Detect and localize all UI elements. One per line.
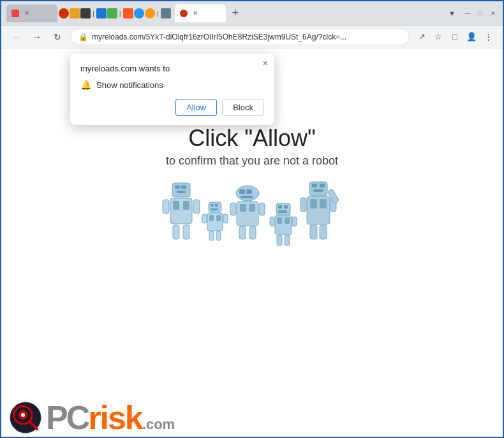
block-button[interactable]: Block [222,99,264,116]
svg-rect-53 [310,225,317,239]
logo-risk: risk [88,401,142,434]
ext-icon-7 [134,8,144,18]
svg-rect-47 [313,189,323,192]
allow-button[interactable]: Allow [175,99,217,116]
new-tab-button[interactable]: + [227,6,244,20]
svg-rect-5 [173,201,179,210]
svg-rect-35 [284,205,288,208]
maximize-button[interactable]: □ [476,9,485,18]
svg-rect-45 [312,184,317,187]
tab1-close[interactable]: ✕ [24,10,29,17]
reload-button[interactable]: ↻ [50,29,65,45]
main-heading: Click "Allow" [188,125,316,152]
svg-rect-9 [173,225,179,239]
svg-rect-18 [202,214,207,223]
svg-rect-13 [215,204,218,207]
window-controls: — □ ✕ [463,9,498,18]
logo-icon [9,401,42,434]
svg-rect-33 [276,203,290,215]
ext-icon-8 [145,8,155,18]
svg-rect-42 [277,235,282,245]
svg-rect-54 [320,225,327,239]
popup-notification-text: Show notifications [96,80,163,90]
url-text: myreloads.com/5YkT-dlOlqfr16zrOIIrI5OhE8… [92,33,401,41]
browser-tab-2[interactable]: ✕ [175,4,226,22]
svg-rect-43 [285,235,290,245]
ext-icon-2 [70,8,80,18]
ext-icon-1 [59,8,69,18]
svg-rect-34 [278,205,282,208]
tab-overflow-button[interactable]: ▼ [448,10,456,17]
svg-rect-12 [211,204,214,207]
menu-icon[interactable]: ⋮ [481,30,495,44]
svg-rect-17 [216,215,221,221]
svg-rect-14 [211,208,218,210]
profile-icon[interactable]: 👤 [464,30,478,44]
address-bar: ← → ↻ 🔒 myreloads.com/5YkT-dlOlqfr16zrOI… [1,26,503,48]
browser-tab-1[interactable]: ✕ [6,4,57,22]
address-actions: ↗ ☆ □ 👤 ⋮ [415,30,495,44]
notification-popup: × myreloads.com wants to 🔔 Show notifica… [70,54,274,125]
forward-button[interactable]: → [29,29,45,45]
svg-rect-21 [216,231,221,240]
tab1-favicon [11,10,19,17]
svg-rect-29 [230,203,236,215]
extension-icon[interactable]: □ [448,30,462,44]
svg-rect-51 [300,198,306,212]
robots-illustration [156,183,348,259]
logo-pc: PC [46,401,88,434]
ext-icon-3 [80,8,91,18]
svg-rect-1 [175,186,180,189]
svg-rect-3 [177,191,186,193]
ext-separator: | [91,10,96,17]
bookmark-icon[interactable]: ☆ [431,30,445,44]
svg-rect-50 [320,199,327,208]
svg-rect-20 [209,231,214,240]
share-icon[interactable]: ↗ [415,30,429,44]
svg-rect-24 [246,189,252,194]
svg-rect-41 [292,217,297,226]
svg-rect-44 [309,182,327,196]
svg-rect-46 [320,184,325,187]
svg-rect-27 [240,204,246,212]
lock-icon: 🔒 [78,33,88,41]
minimize-button[interactable]: — [463,9,472,18]
popup-close-button[interactable]: × [263,59,268,68]
ext-separator3: | [156,10,160,17]
svg-rect-11 [209,202,221,212]
ext-icon-6 [123,8,133,18]
tab-bar: ✕ | | | ✕ + ▼ [6,4,456,22]
popup-notification-row: 🔔 Show notifications [80,80,264,90]
tab2-close[interactable]: ✕ [193,10,198,17]
back-button[interactable]: ← [9,29,24,45]
svg-rect-0 [172,183,190,197]
close-window-button[interactable]: ✕ [489,9,498,18]
svg-rect-28 [249,204,255,212]
ext-icon-5 [107,8,117,18]
svg-point-60 [21,413,25,417]
svg-rect-30 [259,203,265,215]
svg-rect-7 [163,200,169,214]
svg-rect-39 [285,217,290,224]
popup-title: myreloads.com wants to [80,64,264,73]
svg-rect-8 [193,200,200,214]
robots-svg [156,177,348,259]
svg-rect-23 [239,189,245,194]
tab2-favicon [180,10,188,17]
svg-rect-31 [239,226,246,239]
footer-logo: PC risk .com [9,401,175,434]
main-subheading: to confirm that you are not a robot [166,154,338,168]
svg-rect-32 [249,226,256,239]
svg-rect-6 [183,201,189,210]
toolbar-extensions: | | | [59,8,171,18]
ext-icon-4 [96,8,107,18]
browser-titlebar: ✕ | | | ✕ + ▼ — □ ✕ [1,1,503,26]
ext-icon-9 [161,8,171,18]
ext-separator2: | [118,10,122,17]
svg-rect-38 [277,217,282,224]
page-content: × myreloads.com wants to 🔔 Show notifica… [1,48,503,438]
svg-rect-25 [241,196,253,198]
svg-rect-10 [183,225,189,239]
url-box[interactable]: 🔒 myreloads.com/5YkT-dlOlqfr16zrOIIrI5Oh… [70,29,410,45]
svg-rect-40 [270,217,274,226]
